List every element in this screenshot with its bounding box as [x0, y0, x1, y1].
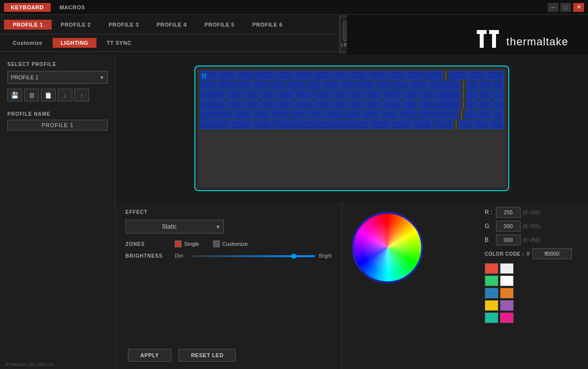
key-u[interactable] — [331, 91, 347, 100]
key-y[interactable] — [313, 91, 330, 100]
swatch-10[interactable] — [500, 312, 514, 323]
key-slash[interactable] — [399, 110, 416, 119]
key-lwin[interactable] — [230, 120, 250, 129]
effect-dropdown[interactable]: Static ▼ — [125, 220, 224, 234]
key-x[interactable] — [252, 110, 270, 119]
key-s[interactable] — [243, 101, 260, 109]
key-q[interactable] — [225, 91, 242, 100]
effect-select[interactable]: Static — [126, 223, 213, 230]
key-l[interactable] — [367, 101, 383, 109]
key-del[interactable] — [466, 91, 478, 100]
key-scroll[interactable] — [467, 71, 485, 80]
key-7[interactable] — [323, 81, 340, 90]
key-f7[interactable] — [331, 71, 349, 80]
key-enter[interactable] — [420, 101, 460, 109]
key-semicolon[interactable] — [384, 101, 401, 109]
profile-name-input[interactable] — [7, 120, 108, 131]
key-f5[interactable] — [294, 71, 311, 80]
key-6[interactable] — [305, 81, 322, 90]
key-b[interactable] — [308, 110, 325, 119]
import-profile-button[interactable]: ↓ — [58, 89, 72, 101]
key-lshift[interactable] — [200, 110, 233, 119]
swatch-9[interactable] — [485, 312, 498, 323]
apply-button[interactable]: APPLY — [128, 349, 171, 362]
key-2[interactable] — [235, 81, 251, 90]
key-f9[interactable] — [369, 71, 386, 80]
key-ralt[interactable] — [370, 120, 390, 129]
key-backslash[interactable] — [436, 91, 461, 100]
key-8[interactable] — [340, 81, 357, 90]
color-wheel[interactable] — [352, 212, 423, 283]
profile-tab-5[interactable]: PROFILE 5 — [195, 20, 243, 30]
key-pgup[interactable] — [492, 81, 504, 90]
key-f3[interactable] — [256, 71, 274, 80]
key-quote[interactable] — [402, 101, 419, 109]
key-d[interactable] — [261, 101, 278, 109]
customize-tab[interactable]: Customize — [5, 38, 50, 48]
zone-customize-option[interactable]: Customize — [213, 240, 248, 247]
color-code-input[interactable] — [532, 248, 572, 259]
key-w[interactable] — [243, 91, 259, 100]
key-menu[interactable] — [412, 120, 432, 129]
key-lalt[interactable] — [251, 120, 272, 129]
macros-tab[interactable]: MACROS — [53, 3, 92, 12]
profile-tab-1[interactable]: PROFILE 1 — [4, 20, 52, 30]
key-space[interactable] — [273, 120, 369, 129]
g-input[interactable] — [496, 221, 521, 232]
key-ins[interactable] — [466, 81, 478, 90]
key-p[interactable] — [383, 91, 400, 100]
key-rshift[interactable] — [417, 110, 459, 119]
keyboard-tab[interactable]: KEYBOARD — [4, 3, 51, 12]
key-e[interactable] — [260, 91, 277, 100]
swatch-5[interactable] — [485, 288, 498, 299]
key-m[interactable] — [344, 110, 361, 119]
key-backspace[interactable] — [428, 81, 460, 90]
close-button[interactable]: ✕ — [573, 3, 584, 12]
key-v[interactable] — [289, 110, 307, 119]
lighting-tab[interactable]: LIGHTING — [53, 38, 96, 48]
key-f1[interactable] — [218, 71, 236, 80]
swatch-6[interactable] — [500, 288, 514, 299]
key-f[interactable] — [279, 101, 295, 109]
key-pgdn[interactable] — [492, 91, 504, 100]
key-tab[interactable] — [200, 91, 224, 100]
profile-tab-4[interactable]: PROFILE 4 — [148, 20, 195, 30]
key-4[interactable] — [270, 81, 287, 90]
key-g[interactable] — [296, 101, 313, 109]
key-a[interactable] — [225, 101, 242, 109]
key-k[interactable] — [349, 101, 366, 109]
key-rbracket[interactable] — [418, 91, 435, 100]
key-h[interactable] — [314, 101, 331, 109]
key-j[interactable] — [332, 101, 348, 109]
swatch-3[interactable] — [485, 275, 498, 286]
key-equals[interactable] — [410, 81, 427, 90]
key-lctrl[interactable] — [200, 120, 229, 129]
swatch-4[interactable] — [500, 275, 514, 286]
b-input[interactable] — [496, 235, 521, 245]
key-t[interactable] — [295, 91, 312, 100]
key-up[interactable] — [479, 101, 491, 109]
key-down[interactable] — [478, 110, 491, 119]
key-f11[interactable] — [406, 71, 424, 80]
copy-profile-button[interactable]: 📋 — [41, 89, 56, 101]
key-i[interactable] — [348, 91, 365, 100]
key-rctrl[interactable] — [433, 120, 453, 129]
key-f10[interactable] — [387, 71, 405, 80]
key-z[interactable] — [234, 110, 251, 119]
profile-tab-2[interactable]: PROFILE 2 — [52, 20, 99, 30]
key-3[interactable] — [252, 81, 269, 90]
key-1[interactable] — [217, 81, 234, 90]
swatch-2[interactable] — [500, 263, 514, 274]
key-5[interactable] — [288, 81, 305, 90]
save-profile-button[interactable]: 💾 — [7, 89, 22, 101]
key-backtick[interactable] — [200, 81, 217, 90]
key-pause[interactable] — [486, 71, 504, 80]
export-profile-button[interactable]: ↑ — [74, 89, 89, 101]
key-n[interactable] — [326, 110, 343, 119]
profile-select[interactable]: PROFILE 1 — [8, 74, 96, 80]
restore-button[interactable]: □ — [560, 3, 571, 12]
key-end[interactable] — [479, 91, 491, 100]
key-f2[interactable] — [237, 71, 255, 80]
key-prtsc[interactable] — [449, 71, 466, 80]
key-capslock[interactable] — [200, 101, 224, 109]
